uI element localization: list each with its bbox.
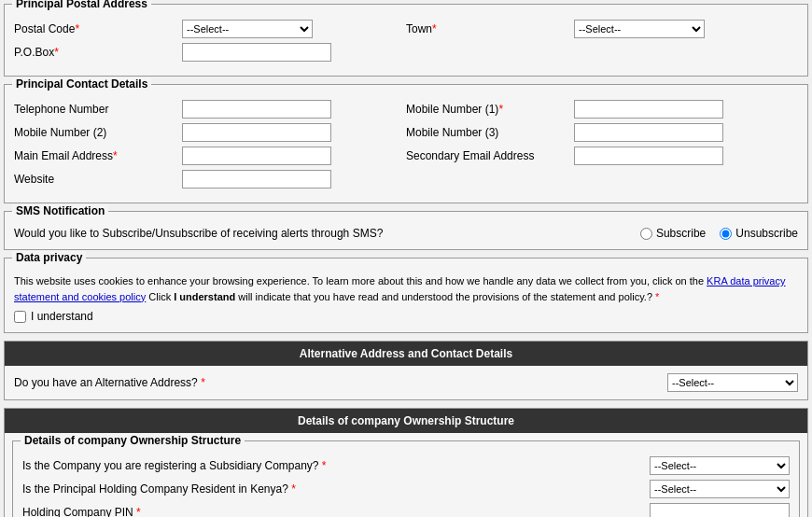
main-email-col: Main Email Address*	[14, 147, 406, 165]
pobox-label: P.O.Box*	[14, 46, 182, 59]
alt-address-select[interactable]: --Select--	[667, 373, 798, 392]
subsidiary-label: Is the Company you are registering a Sub…	[22, 459, 650, 472]
mobile2-input[interactable]	[182, 123, 331, 142]
privacy-section: Data privacy This website uses cookies t…	[4, 258, 808, 333]
holding-pin-input[interactable]	[650, 503, 790, 517]
town-select[interactable]: --Select--	[574, 20, 705, 38]
postal-code-select[interactable]: --Select--	[182, 20, 313, 38]
postal-address-title: Principal Postal Address	[12, 0, 151, 10]
subscribe-option[interactable]: Subscribe	[640, 227, 706, 240]
ownership-header: Details of company Ownership Structure	[5, 409, 807, 433]
privacy-text: This website uses cookies to enhance you…	[14, 273, 798, 304]
mobile2-col: Mobile Number (2)	[14, 123, 406, 142]
pobox-row: P.O.Box*	[14, 43, 798, 62]
mobile3-col: Mobile Number (3)	[406, 123, 798, 142]
ownership-section: Details of company Ownership Structure D…	[4, 408, 808, 517]
subscribe-label: Subscribe	[656, 227, 706, 240]
website-row: Website	[14, 170, 798, 189]
contact-details-title: Principal Contact Details	[12, 77, 151, 91]
website-input[interactable]	[182, 170, 331, 189]
postal-code-col: Postal Code* --Select--	[14, 20, 406, 38]
main-email-label: Main Email Address*	[14, 149, 182, 162]
main-email-input[interactable]	[182, 147, 331, 165]
contact-details-section: Principal Contact Details Telephone Numb…	[4, 84, 808, 203]
holding-resident-label: Is the Principal Holding Company Residen…	[22, 482, 650, 496]
subsidiary-row: Is the Company you are registering a Sub…	[22, 456, 790, 475]
holding-resident-select[interactable]: --Select--	[650, 480, 790, 498]
holding-resident-row: Is the Principal Holding Company Residen…	[22, 480, 790, 498]
telephone-col: Telephone Number	[14, 100, 406, 119]
sms-section: SMS Notification Would you like to Subsc…	[4, 211, 808, 250]
mobile2-mobile3-row: Mobile Number (2) Mobile Number (3)	[14, 123, 798, 142]
understand-label: I understand	[31, 310, 93, 323]
privacy-title: Data privacy	[12, 251, 86, 264]
holding-pin-row: Holding Company PIN *	[22, 503, 790, 517]
secondary-email-col: Secondary Email Address	[406, 147, 798, 165]
alt-address-header: Alternative Address and Contact Details	[5, 342, 807, 366]
pobox-input[interactable]	[182, 43, 331, 62]
secondary-email-input[interactable]	[574, 147, 723, 165]
telephone-mobile1-row: Telephone Number Mobile Number (1)*	[14, 100, 798, 119]
postal-address-section: Principal Postal Address Postal Code* --…	[4, 4, 808, 77]
sms-title: SMS Notification	[12, 204, 108, 217]
understand-checkbox[interactable]	[14, 311, 26, 323]
mobile3-input[interactable]	[574, 123, 723, 142]
unsubscribe-option[interactable]: Unsubscribe	[720, 227, 798, 240]
town-col: Town* --Select--	[406, 20, 798, 38]
sms-question: Would you like to Subscribe/Unsubscribe …	[14, 227, 640, 240]
telephone-input[interactable]	[182, 100, 331, 119]
postal-code-label: Postal Code*	[14, 22, 182, 35]
unsubscribe-radio[interactable]	[720, 228, 732, 240]
town-label: Town*	[406, 22, 574, 35]
subscribe-radio[interactable]	[640, 228, 652, 240]
alt-address-section: Alternative Address and Contact Details …	[4, 341, 808, 400]
website-label: Website	[14, 173, 182, 186]
secondary-email-label: Secondary Email Address	[406, 149, 574, 162]
mobile1-col: Mobile Number (1)*	[406, 100, 798, 119]
understand-row: I understand	[14, 310, 798, 323]
alt-address-label: Do you have an Alternative Address? *	[14, 376, 667, 389]
holding-pin-label: Holding Company PIN *	[22, 506, 650, 517]
mobile1-input[interactable]	[574, 100, 723, 119]
postal-town-row: Postal Code* --Select-- Town* --Select--	[14, 20, 798, 38]
unsubscribe-label: Unsubscribe	[735, 227, 798, 240]
email-secondary-row: Main Email Address* Secondary Email Addr…	[14, 147, 798, 165]
telephone-label: Telephone Number	[14, 103, 182, 116]
mobile2-label: Mobile Number (2)	[14, 126, 182, 139]
ownership-inner-box: Details of company Ownership Structure I…	[12, 440, 800, 517]
sms-row: Would you like to Subscribe/Unsubscribe …	[14, 227, 798, 240]
subsidiary-select[interactable]: --Select--	[650, 456, 790, 475]
mobile1-label: Mobile Number (1)*	[406, 103, 574, 116]
alt-address-content: Do you have an Alternative Address? * --…	[5, 366, 807, 399]
sms-radio-group: Subscribe Unsubscribe	[640, 227, 798, 240]
ownership-inner-title: Details of company Ownership Structure	[21, 434, 245, 447]
mobile3-label: Mobile Number (3)	[406, 126, 574, 139]
